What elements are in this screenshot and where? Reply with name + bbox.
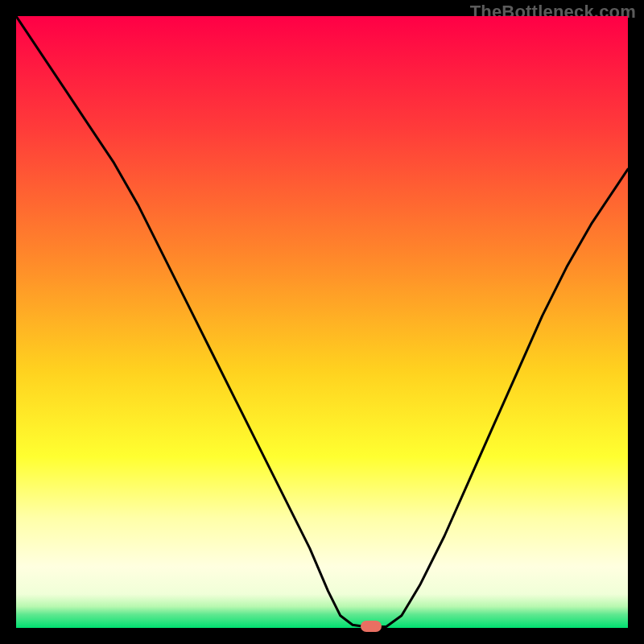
chart-frame: TheBottleneck.com [0,0,644,644]
gradient-background [16,16,628,628]
bottleneck-chart [16,16,628,628]
optimal-point-marker [361,621,382,632]
